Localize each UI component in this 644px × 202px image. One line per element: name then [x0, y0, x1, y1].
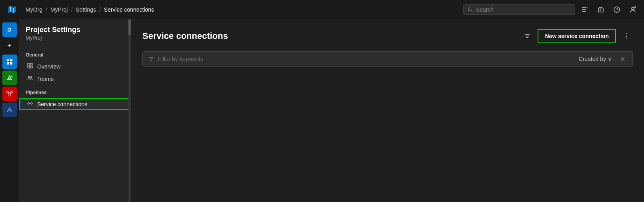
service-connections-icon: [27, 101, 33, 107]
header-actions: New service connection ⋮: [521, 29, 633, 43]
chevron-down-icon: ∨: [608, 56, 612, 62]
overview-icon: [27, 63, 33, 70]
repos-icon: [6, 74, 13, 81]
filter-icon-btn[interactable]: [521, 30, 534, 42]
package-icon-btn[interactable]: [594, 3, 607, 16]
created-by-label: Created by: [579, 56, 606, 62]
help-icon: ?: [613, 6, 620, 13]
scrollbar-thumb: [128, 19, 131, 35]
svg-point-5: [586, 7, 588, 8]
user-settings-icon: ⚙: [629, 6, 636, 13]
close-filter-button[interactable]: ✕: [618, 55, 627, 63]
svg-point-31: [31, 103, 32, 104]
svg-rect-16: [10, 62, 12, 65]
svg-line-23: [10, 93, 12, 95]
sidebar-scrollbar[interactable]: [128, 19, 131, 202]
svg-rect-25: [30, 63, 32, 65]
new-service-connection-button[interactable]: New service connection: [538, 29, 616, 43]
filter-divider: [615, 55, 615, 63]
breadcrumb-current: Service connections: [104, 6, 154, 13]
sidebar-item-teams[interactable]: Teams: [19, 73, 131, 85]
boards-icon: [6, 58, 13, 65]
breadcrumb-proj[interactable]: MyProj: [50, 6, 68, 13]
rail-repos[interactable]: [2, 71, 17, 85]
sidebar-general-header: General: [19, 47, 131, 60]
svg-line-22: [8, 93, 10, 95]
svg-point-20: [9, 95, 10, 96]
search-input[interactable]: [476, 6, 571, 13]
sidebar: Project Settings MyProj General Overview: [19, 19, 131, 202]
checklist-icon-btn[interactable]: [578, 3, 591, 16]
breadcrumb-sep-2: /: [71, 6, 72, 13]
rail-boards[interactable]: [2, 55, 17, 69]
content-area: Service connections New service connecti…: [131, 19, 644, 202]
page-title: Service connections: [142, 31, 228, 41]
rail-home[interactable]: O: [2, 22, 17, 37]
sidebar-item-overview[interactable]: Overview: [19, 60, 131, 73]
rail-add[interactable]: +: [2, 38, 17, 53]
filter-bar-icon: [148, 56, 154, 62]
package-icon: [597, 6, 604, 13]
svg-rect-14: [10, 59, 12, 61]
svg-text:?: ?: [616, 8, 618, 12]
help-icon-btn[interactable]: ?: [610, 3, 623, 16]
project-title-section: Project Settings MyProj: [19, 26, 131, 47]
svg-rect-24: [28, 63, 30, 65]
app-logo[interactable]: [5, 2, 19, 17]
top-navigation: MyOrg / MyProj / Settings / Service conn…: [0, 0, 644, 19]
svg-rect-27: [30, 66, 32, 68]
service-connections-label: Service connections: [37, 101, 87, 107]
svg-point-28: [28, 76, 30, 78]
breadcrumb-sep-3: /: [99, 6, 101, 13]
breadcrumb: MyOrg / MyProj / Settings / Service conn…: [26, 6, 463, 13]
svg-point-19: [11, 91, 12, 93]
rail-deploy[interactable]: [2, 103, 17, 117]
overview-label: Overview: [37, 63, 60, 70]
filter-bar-right: Created by ∨ ✕: [579, 55, 627, 63]
breadcrumb-org[interactable]: MyOrg: [26, 6, 42, 13]
icon-rail: O +: [0, 19, 19, 202]
svg-rect-13: [7, 59, 9, 61]
project-settings-title: Project Settings: [26, 26, 124, 34]
svg-point-29: [31, 77, 32, 78]
filter-input[interactable]: [158, 56, 575, 62]
svg-rect-26: [28, 66, 30, 68]
breadcrumb-sep-1: /: [46, 6, 47, 13]
rail-pipelines[interactable]: [2, 87, 17, 101]
filter-bar[interactable]: Created by ∨ ✕: [142, 51, 633, 67]
main-body: O +: [0, 19, 644, 202]
filter-icon: [524, 33, 530, 39]
org-icon: O: [7, 27, 11, 33]
svg-rect-15: [7, 62, 9, 65]
teams-label: Teams: [37, 76, 54, 82]
content-header: Service connections New service connecti…: [142, 29, 633, 43]
project-name: MyProj: [26, 35, 124, 41]
created-by-button[interactable]: Created by ∨: [579, 56, 612, 62]
pipelines-icon: [6, 90, 13, 97]
checklist-icon: [581, 6, 588, 13]
svg-point-30: [28, 103, 29, 104]
teams-icon: [27, 75, 33, 82]
add-icon: +: [7, 42, 12, 50]
search-icon: [468, 7, 473, 12]
svg-line-1: [471, 10, 472, 11]
more-options-button[interactable]: ⋮: [620, 30, 633, 42]
deploy-icon: [6, 106, 13, 113]
search-box[interactable]: [463, 4, 575, 15]
sidebar-pipelines-header: Pipelines: [19, 85, 131, 98]
breadcrumb-settings[interactable]: Settings: [76, 6, 96, 13]
svg-point-0: [468, 8, 471, 10]
ellipsis-icon: ⋮: [623, 32, 630, 40]
user-icon-btn[interactable]: ⚙: [626, 3, 639, 16]
sidebar-item-service-connections[interactable]: Service connections: [19, 98, 131, 110]
top-nav-actions: ? ⚙: [463, 3, 639, 16]
svg-point-17: [10, 76, 12, 78]
svg-point-18: [7, 91, 8, 93]
